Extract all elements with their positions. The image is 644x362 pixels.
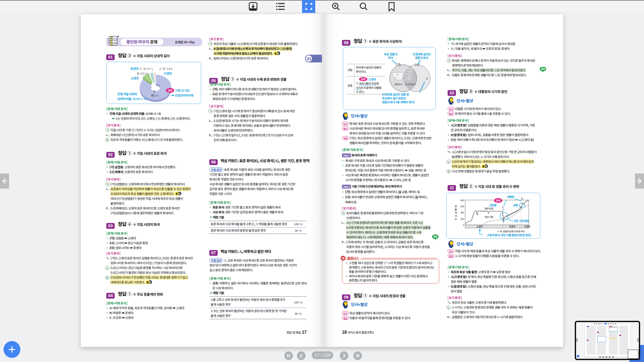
svg-text:6.3: 6.3	[140, 72, 144, 75]
svg-text:상대적 비율: A≫B>C>D: 상대적 비율: A≫B>C>D	[117, 97, 147, 101]
svg-text:육지에서 살았던 생물의: 육지에서 살았던 생물의	[356, 65, 381, 70]
svg-text:화석이다.: 화석이다.	[356, 70, 366, 74]
svg-text:생물의 화석: 생물의 화석	[415, 56, 428, 60]
svg-text:가장 긴 기간: 가장 긴 기간	[175, 88, 190, 93]
svg-text:400: 400	[460, 211, 464, 214]
svg-text:단서: 단서	[496, 199, 500, 202]
svg-text:신생대: 신생대	[164, 71, 172, 76]
svg-text:%: %	[171, 68, 173, 70]
svg-text:대멸종: 대멸종	[507, 195, 514, 199]
svg-text:D: D	[163, 67, 165, 70]
svg-text:600: 600	[460, 205, 464, 208]
svg-text:0: 0	[463, 224, 464, 227]
svg-text:수 있다.: 수 있다.	[356, 90, 364, 94]
svg-text:1.4: 1.4	[166, 67, 170, 70]
svg-text:B: B	[521, 197, 523, 200]
svg-text:(가): (가)	[348, 68, 352, 72]
svg-text:A: A	[502, 206, 504, 209]
svg-text:㉠ 속씨식물이 번성한: ㉠ 속씨식물이 번성한	[356, 81, 379, 86]
svg-text:공룡: 공룡	[513, 203, 518, 207]
svg-text:중생대: 중생대	[130, 66, 138, 71]
svg-text:생물의 화석 (예: 화폐석 화석): 생물의 화석 (예: 화폐석 화석)	[382, 100, 415, 104]
svg-text:%: %	[145, 72, 147, 75]
svg-text:고생대 중기: 육상 식물 출현(오존층 형성): 고생대 중기: 육상 식물 출현(오존층 형성)	[487, 233, 531, 237]
svg-text:전체 지질 시대의: 전체 지질 시대의	[117, 92, 137, 96]
svg-text:고사리 화석: 고사리 화석	[405, 83, 415, 86]
svg-text:신생대: 신생대	[524, 225, 530, 228]
svg-text:✽ 과: 생물의 분류 단계 중 하나: ✽ 과: 생물의 분류 단계 중 하나	[497, 230, 525, 233]
svg-text:4.1: 4.1	[143, 67, 147, 70]
svg-text:(나): (나)	[348, 83, 352, 88]
svg-text:C: C	[140, 67, 142, 70]
svg-text:%: %	[157, 94, 159, 97]
svg-text:시기의 지층에서 산출될: 시기의 지층에서 산출될	[356, 86, 381, 90]
svg-text:88.2: 88.2	[151, 94, 156, 97]
svg-text:수: 수	[455, 217, 457, 221]
svg-text:200: 200	[460, 218, 464, 220]
svg-text:(가): (가)	[396, 62, 401, 67]
svg-text:단서: 단서	[361, 77, 365, 81]
svg-text:공룡 화석: 공룡 화석	[394, 83, 402, 86]
svg-text:A: A	[153, 90, 156, 93]
svg-text:육상 식물: 육상 식물	[485, 215, 493, 218]
svg-text:가장 크게 멸종: 가장 크게 멸종	[513, 219, 529, 223]
svg-text:➡ 선캄브리아시대: ➡ 선캄브리아시대	[171, 93, 193, 97]
svg-text:신생대: 신생대	[368, 77, 376, 81]
svg-text:단서: 단서	[168, 88, 172, 92]
svg-text:고생대: 고생대	[476, 225, 483, 228]
svg-text:화석: 화석	[388, 56, 393, 60]
svg-text:A: A	[426, 77, 428, 80]
svg-text:B: B	[137, 72, 139, 75]
svg-text:800: 800	[460, 199, 464, 202]
svg-text:고생대: 고생대	[130, 76, 138, 80]
svg-text:중생대: 중생대	[509, 225, 516, 228]
svg-text:%: %	[147, 68, 150, 70]
svg-text:해양 동물: 해양 동물	[485, 207, 493, 210]
